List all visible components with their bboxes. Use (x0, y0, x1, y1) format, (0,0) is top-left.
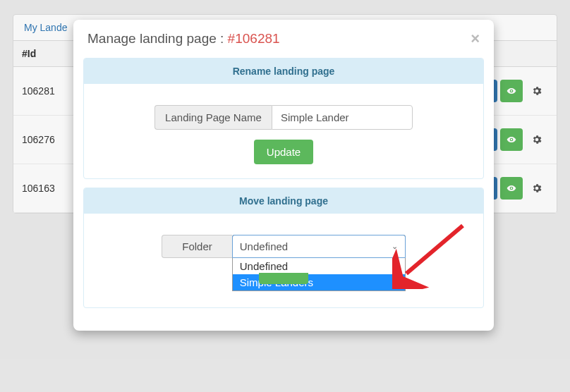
chevron-down-icon: ⌄ (392, 242, 398, 251)
name-input-label: Landing Page Name (154, 105, 272, 130)
modal-header: Manage landing page : #106281 × (73, 20, 494, 55)
manage-landing-modal: Manage landing page : #106281 × Rename l… (73, 20, 494, 331)
move-heading: Move landing page (84, 188, 483, 214)
folder-option-undefined[interactable]: Undefined (233, 258, 405, 274)
move-button-partial[interactable] (259, 273, 308, 284)
folder-selected-value: Undefined (240, 240, 288, 252)
rename-heading: Rename landing page (84, 59, 483, 84)
modal-title-prefix: Manage landing page : (87, 31, 228, 46)
folder-input-label: Folder (162, 235, 232, 258)
landing-name-input[interactable] (272, 105, 413, 130)
name-input-group: Landing Page Name (154, 105, 413, 130)
move-panel: Move landing page Folder Undefined ⌄ Und… (83, 188, 484, 308)
modal-title: Manage landing page : #106281 (87, 31, 280, 47)
close-button[interactable]: × (471, 31, 480, 47)
folder-select[interactable]: Undefined ⌄ (232, 235, 406, 258)
rename-panel: Rename landing page Landing Page Name Up… (83, 58, 484, 179)
modal-title-id: #106281 (228, 31, 280, 46)
update-button[interactable]: Update (254, 140, 313, 164)
